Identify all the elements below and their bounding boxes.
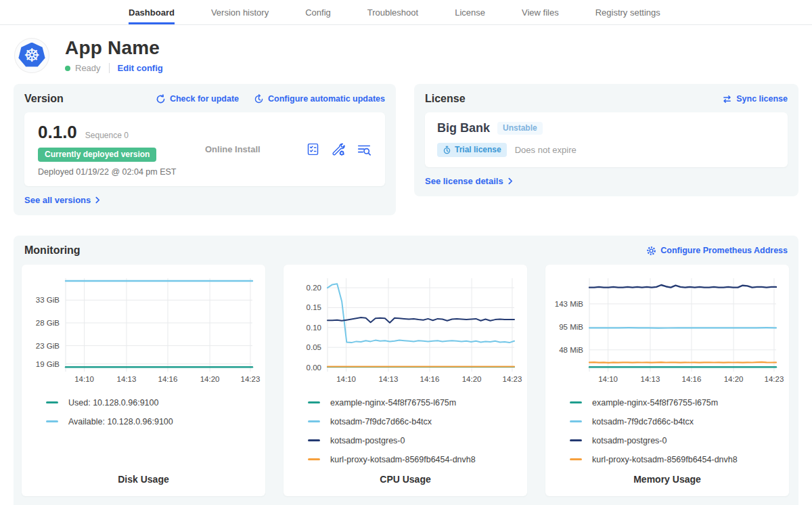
legend-label: kotsadm-7f9dc7d66c-b4tcx bbox=[592, 417, 694, 426]
deployed-timestamp: Deployed 01/19/22 @ 02:04 pm EST bbox=[38, 167, 190, 177]
tab-registry-settings[interactable]: Registry settings bbox=[595, 0, 660, 24]
see-all-versions-link[interactable]: See all versions bbox=[24, 195, 100, 205]
svg-text:14:23: 14:23 bbox=[765, 375, 784, 383]
tab-troubleshoot[interactable]: Troubleshoot bbox=[367, 0, 418, 24]
sequence-label: Sequence 0 bbox=[85, 131, 129, 140]
chevron-right-icon bbox=[508, 177, 513, 185]
legend-color-dash bbox=[308, 458, 320, 460]
svg-text:0.15: 0.15 bbox=[307, 303, 321, 311]
legend-label: kotsadm-7f9dc7d66c-b4tcx bbox=[330, 417, 432, 426]
tab-dashboard[interactable]: Dashboard bbox=[129, 0, 175, 24]
monitoring-section: Monitoring Configure Prometheus Address … bbox=[14, 236, 798, 505]
cpu-usage-plot: 14:1014:1314:1614:2014:230.200.150.100.0… bbox=[284, 271, 527, 388]
cpu-usage-title: CPU Usage bbox=[284, 474, 527, 485]
trial-license-label: Trial license bbox=[455, 145, 501, 154]
svg-text:14:20: 14:20 bbox=[200, 375, 220, 383]
see-license-details-link[interactable]: See license details bbox=[425, 176, 513, 186]
disk-usage-chart-card: 14:1014:1314:1614:2014:2333 GiB28 GiB23 … bbox=[22, 265, 265, 496]
svg-text:0.20: 0.20 bbox=[307, 284, 321, 292]
edit-config-link[interactable]: Edit config bbox=[118, 63, 163, 73]
legend-color-dash bbox=[46, 420, 58, 422]
svg-text:0.05: 0.05 bbox=[307, 343, 321, 351]
svg-text:28 GiB: 28 GiB bbox=[36, 319, 60, 327]
deploy-logs-button[interactable] bbox=[357, 142, 371, 157]
legend-color-dash bbox=[570, 401, 582, 403]
svg-text:14:16: 14:16 bbox=[682, 375, 702, 383]
configure-automatic-updates-button[interactable]: Configure automatic updates bbox=[254, 94, 385, 104]
legend-label: Used: 10.128.0.96:9100 bbox=[68, 398, 158, 408]
status-dot-icon bbox=[65, 66, 70, 71]
legend-color-dash bbox=[308, 401, 320, 403]
check-for-update-button[interactable]: Check for update bbox=[156, 94, 239, 104]
svg-text:143 MiB: 143 MiB bbox=[555, 300, 584, 308]
memory-usage-legend: example-nginx-54f8f76755-l675mkotsadm-7f… bbox=[570, 396, 789, 466]
tab-config[interactable]: Config bbox=[305, 0, 331, 24]
configure-prometheus-button[interactable]: Configure Prometheus Address bbox=[646, 246, 788, 256]
legend-color-dash bbox=[570, 420, 582, 422]
status-badge: Ready bbox=[75, 63, 101, 73]
gear-icon bbox=[646, 246, 656, 256]
legend-color-dash bbox=[46, 401, 58, 403]
svg-text:14:20: 14:20 bbox=[724, 375, 744, 383]
legend-item: Used: 10.128.0.96:9100 bbox=[46, 396, 265, 409]
memory-usage-plot: 14:1014:1314:1614:2014:23143 MiB95 MiB48… bbox=[545, 271, 789, 388]
check-for-update-label: Check for update bbox=[170, 94, 239, 104]
sync-icon bbox=[722, 94, 732, 104]
monitoring-title: Monitoring bbox=[24, 244, 81, 257]
configure-prometheus-label: Configure Prometheus Address bbox=[660, 246, 788, 255]
legend-item: kurl-proxy-kotsadm-8569fb6454-dnvh8 bbox=[308, 453, 527, 466]
license-customer-name: Big Bank bbox=[437, 121, 490, 135]
legend-label: Available: 10.128.0.96:9100 bbox=[68, 417, 173, 426]
version-number: 0.1.0 bbox=[38, 122, 77, 143]
sync-license-button[interactable]: Sync license bbox=[722, 94, 788, 104]
svg-text:14:16: 14:16 bbox=[420, 375, 440, 383]
page-title: App Name bbox=[65, 37, 163, 59]
svg-text:0.00: 0.00 bbox=[307, 364, 321, 372]
legend-item: kurl-proxy-kotsadm-8569fb6454-dnvh8 bbox=[570, 453, 789, 466]
svg-text:14:16: 14:16 bbox=[158, 375, 178, 383]
preflight-checks-button[interactable] bbox=[306, 142, 320, 156]
svg-text:14:13: 14:13 bbox=[379, 375, 399, 383]
cpu-usage-legend: example-nginx-54f8f76755-l675mkotsadm-7f… bbox=[308, 396, 527, 466]
tab-version-history[interactable]: Version history bbox=[211, 0, 269, 24]
tab-license[interactable]: License bbox=[455, 0, 485, 24]
app-header: ☸ App Name Ready Edit config bbox=[0, 25, 812, 73]
app-logo: ☸ bbox=[15, 39, 49, 72]
svg-text:19 GiB: 19 GiB bbox=[36, 360, 60, 368]
expiry-label: Does not expire bbox=[515, 145, 577, 155]
legend-color-dash bbox=[570, 458, 582, 460]
legend-label: kotsadm-postgres-0 bbox=[330, 436, 405, 445]
memory-usage-title: Memory Usage bbox=[545, 474, 789, 485]
legend-item: Available: 10.128.0.96:9100 bbox=[46, 415, 265, 428]
legend-color-dash bbox=[308, 420, 320, 422]
refresh-icon bbox=[156, 94, 166, 104]
legend-label: kurl-proxy-kotsadm-8569fb6454-dnvh8 bbox=[330, 455, 476, 464]
cpu-usage-chart-card: 14:1014:1314:1614:2014:230.200.150.100.0… bbox=[284, 265, 527, 496]
legend-item: kotsadm-7f9dc7d66c-b4tcx bbox=[570, 415, 789, 428]
stopwatch-icon bbox=[443, 146, 451, 154]
legend-item: kotsadm-postgres-0 bbox=[308, 434, 527, 447]
configure-automatic-updates-label: Configure automatic updates bbox=[268, 94, 385, 104]
view-config-button[interactable] bbox=[331, 142, 346, 157]
chevron-right-icon bbox=[95, 196, 100, 204]
see-license-details-label: See license details bbox=[425, 176, 503, 186]
svg-text:33 GiB: 33 GiB bbox=[36, 296, 60, 304]
install-type-label: Online Install bbox=[205, 144, 306, 154]
divider bbox=[109, 63, 110, 73]
legend-item: kotsadm-7f9dc7d66c-b4tcx bbox=[308, 415, 527, 428]
legend-label: example-nginx-54f8f76755-l675m bbox=[592, 398, 718, 408]
currently-deployed-badge: Currently deployed version bbox=[38, 148, 156, 162]
svg-text:14:10: 14:10 bbox=[598, 375, 618, 383]
sync-license-label: Sync license bbox=[736, 94, 788, 104]
svg-text:48 MiB: 48 MiB bbox=[559, 346, 583, 354]
checklist-icon bbox=[306, 142, 320, 156]
top-navigation: Dashboard Version history Config Trouble… bbox=[0, 0, 812, 25]
svg-text:14:10: 14:10 bbox=[336, 375, 356, 383]
svg-text:95 MiB: 95 MiB bbox=[559, 323, 583, 331]
channel-badge: Unstable bbox=[497, 122, 543, 135]
version-card-title: Version bbox=[24, 93, 64, 105]
version-card: Version Check for update Configure autom… bbox=[14, 84, 396, 215]
svg-text:14:10: 14:10 bbox=[74, 375, 94, 383]
svg-text:23 GiB: 23 GiB bbox=[36, 342, 60, 350]
tab-view-files[interactable]: View files bbox=[522, 0, 559, 24]
